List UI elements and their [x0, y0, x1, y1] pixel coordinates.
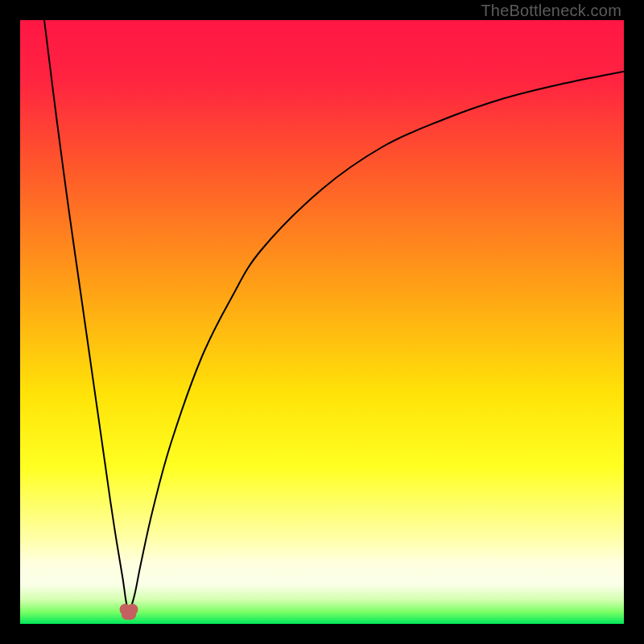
minimum-marker	[127, 604, 138, 615]
plot-area	[20, 20, 624, 624]
minimum-markers	[120, 604, 138, 620]
curve-right-branch	[129, 72, 624, 615]
curve-layer	[20, 20, 624, 624]
chart-frame: TheBottleneck.com	[0, 0, 644, 644]
watermark-text: TheBottleneck.com	[481, 2, 621, 20]
curve-left-branch	[44, 20, 129, 615]
